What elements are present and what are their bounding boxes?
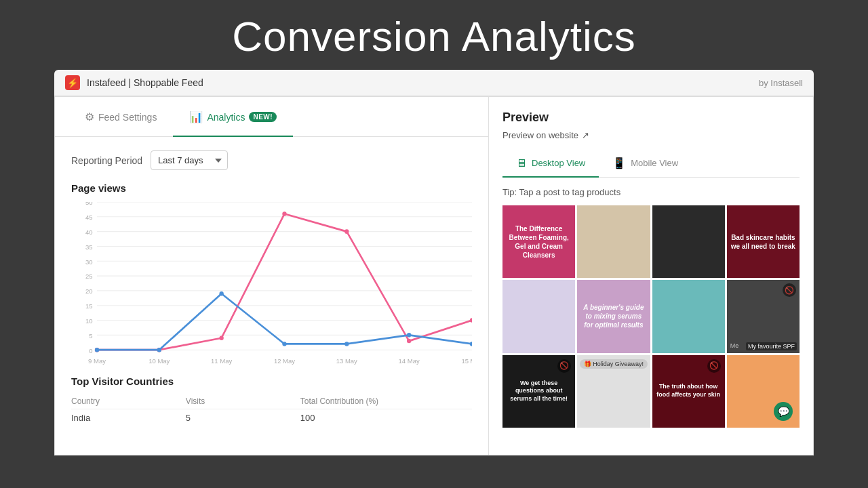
ig-cell-1-text: The Difference Between Foaming, Gel and … — [502, 205, 575, 278]
browser-chrome: ⚡ Instafeed | Shoppable Feed by Instasel… — [54, 70, 814, 96]
desktop-icon: 🖥 — [516, 157, 527, 169]
left-panel: ⚙ Feed Settings 📊 Analytics NEW! Reporti… — [55, 97, 489, 455]
tab-mobile-view[interactable]: 📱 Mobile View — [599, 150, 692, 178]
svg-text:50: 50 — [85, 202, 93, 206]
svg-text:10 May: 10 May — [149, 357, 170, 365]
app-name: Instafeed | Shoppable Feed — [87, 77, 759, 88]
tab-feed-settings-label: Feed Settings — [98, 112, 157, 123]
svg-point-26 — [344, 229, 349, 234]
row-country: India — [71, 413, 186, 423]
tab-feed-settings[interactable]: ⚙ Feed Settings — [68, 97, 173, 137]
svg-text:30: 30 — [85, 258, 93, 265]
browser-by-label: by Instasell — [759, 78, 803, 88]
col-visits: Visits — [186, 396, 300, 406]
analytics-icon: 📊 — [189, 110, 203, 123]
settings-icon: ⚙ — [85, 110, 94, 123]
desktop-view-label: Desktop View — [532, 158, 585, 168]
app-logo: ⚡ — [65, 75, 80, 90]
ig-cell-6[interactable]: A beginner's guide to mixing serums for … — [577, 280, 650, 352]
svg-text:40: 40 — [85, 228, 93, 236]
col-contribution: Total Contribution (%) — [300, 396, 472, 406]
ig-cell-8-label: My favourite SPF — [746, 342, 797, 350]
ig-cell-9[interactable]: We get these questions about serums all … — [502, 355, 575, 428]
mobile-view-label: Mobile View — [631, 158, 678, 168]
preview-title: Preview — [502, 110, 800, 125]
svg-text:9 May: 9 May — [88, 357, 106, 365]
tab-desktop-view[interactable]: 🖥 Desktop View — [502, 150, 599, 178]
ig-cell-12[interactable]: 💬 — [727, 355, 800, 428]
tab-bar: ⚙ Feed Settings 📊 Analytics NEW! — [55, 97, 488, 137]
chart-area: 50 45 40 35 30 25 20 15 10 5 0 — [71, 202, 472, 365]
svg-point-33 — [344, 342, 349, 346]
col-country: Country — [71, 396, 186, 406]
svg-point-31 — [219, 291, 223, 296]
svg-text:12 May: 12 May — [274, 357, 295, 365]
instagram-feed-grid: The Difference Between Foaming, Gel and … — [502, 205, 800, 428]
external-link-icon: ↗ — [582, 130, 589, 140]
ig-cell-2[interactable] — [577, 205, 650, 278]
row-contribution: 100 — [300, 413, 472, 423]
analytics-panel: Reporting Period Last 7 days Last 30 day… — [55, 137, 488, 440]
table-row: India 5 100 — [71, 409, 472, 426]
chart-title: Page views — [71, 182, 472, 194]
ig-cell-5[interactable] — [502, 280, 575, 352]
ig-cell-5-text — [502, 280, 575, 352]
ig-cell-7-text — [652, 280, 725, 352]
svg-text:35: 35 — [85, 243, 93, 251]
svg-text:13 May: 13 May — [336, 357, 357, 365]
ig-cell-11[interactable]: The truth about how food affects your sk… — [652, 355, 725, 428]
holiday-badge: 🎁 Holiday Giveaway! — [580, 359, 648, 369]
svg-point-29 — [95, 348, 99, 352]
tab-analytics[interactable]: 📊 Analytics NEW! — [173, 97, 293, 137]
svg-point-32 — [282, 342, 286, 346]
ig-cell-4[interactable]: Bad skincare habits we all need to break — [727, 205, 800, 278]
svg-text:14 May: 14 May — [399, 357, 420, 365]
ig-cell-4-text: Bad skincare habits we all need to break — [727, 205, 800, 278]
ig-cell-1[interactable]: The Difference Between Foaming, Gel and … — [502, 205, 575, 278]
svg-text:20: 20 — [85, 287, 93, 295]
page-main-title: Conversion Analytics — [0, 0, 868, 70]
svg-text:15 May: 15 May — [461, 357, 472, 365]
table-header: Country Visits Total Contribution (%) — [71, 394, 472, 409]
svg-point-25 — [282, 211, 286, 216]
svg-text:45: 45 — [85, 214, 93, 221]
app-container: ⚙ Feed Settings 📊 Analytics NEW! Reporti… — [54, 96, 814, 455]
ig-cell-6-text: A beginner's guide to mixing serums for … — [577, 280, 650, 352]
preview-link-label: Preview on website — [502, 130, 578, 140]
view-tab-bar: 🖥 Desktop View 📱 Mobile View — [502, 150, 800, 178]
hidden-icon-9: 🚫 — [557, 359, 571, 373]
svg-text:25: 25 — [85, 272, 93, 280]
top-countries-title: Top Visitor Countries — [71, 375, 472, 387]
reporting-period-label: Reporting Period — [71, 155, 142, 166]
svg-text:11 May: 11 May — [211, 357, 232, 365]
svg-text:10: 10 — [85, 317, 93, 325]
tip-text: Tip: Tap a post to tag products — [502, 187, 800, 197]
svg-point-35 — [470, 342, 472, 346]
svg-point-34 — [407, 333, 411, 338]
chat-bubble-icon[interactable]: 💬 — [774, 402, 793, 421]
ig-cell-7[interactable] — [652, 280, 725, 352]
ig-cell-10[interactable]: 🎁 Holiday Giveaway! — [577, 355, 650, 428]
svg-text:15: 15 — [85, 302, 93, 310]
svg-point-30 — [157, 348, 161, 352]
chart-svg: 50 45 40 35 30 25 20 15 10 5 0 — [71, 202, 472, 365]
svg-point-27 — [407, 339, 411, 344]
tab-analytics-label: Analytics — [207, 112, 245, 123]
preview-on-website-link[interactable]: Preview on website ↗ — [502, 130, 800, 140]
ig-cell-8[interactable]: 🚫 My favourite SPF Me — [727, 280, 800, 352]
ig-cell-2-text — [577, 205, 650, 278]
period-select[interactable]: Last 7 days Last 30 days Last 90 days — [151, 150, 228, 170]
hidden-icon-11: 🚫 — [707, 359, 721, 373]
svg-text:5: 5 — [89, 332, 92, 340]
right-panel: Preview Preview on website ↗ 🖥 Desktop V… — [489, 97, 813, 455]
ig-cell-3[interactable] — [652, 205, 725, 278]
svg-point-24 — [219, 336, 223, 340]
mobile-icon: 📱 — [612, 157, 626, 169]
row-visits: 5 — [186, 413, 300, 423]
reporting-period-row: Reporting Period Last 7 days Last 30 day… — [71, 150, 472, 170]
svg-text:0: 0 — [89, 346, 92, 354]
ig-cell-3-text — [652, 205, 725, 278]
new-badge: NEW! — [249, 112, 277, 122]
